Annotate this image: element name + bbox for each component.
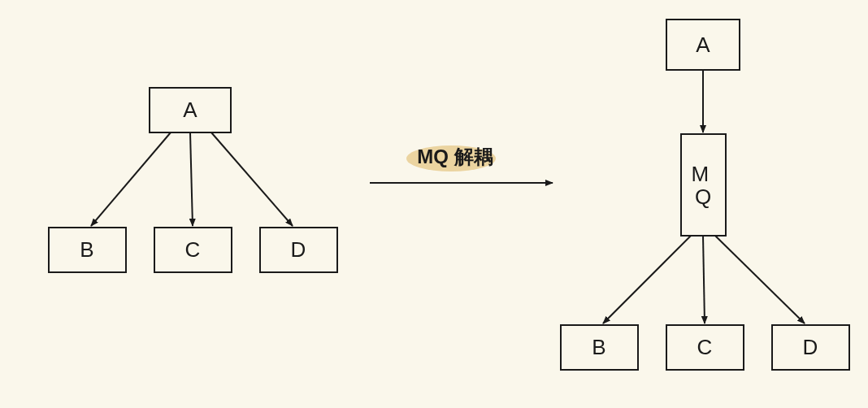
right-node-c-label: C bbox=[697, 335, 713, 359]
left-node-a-label: A bbox=[183, 98, 197, 122]
left-edge-a-d bbox=[211, 132, 293, 226]
right-node-b-label: B bbox=[592, 335, 605, 359]
transition: MQ 解耦 bbox=[370, 145, 553, 183]
left-edge-a-b bbox=[91, 132, 171, 226]
right-node-d-label: D bbox=[803, 335, 818, 359]
left-node-d-label: D bbox=[291, 237, 306, 262]
right-node-c: C bbox=[666, 325, 744, 370]
right-node-mq: M Q bbox=[681, 134, 726, 236]
right-node-a: A bbox=[666, 20, 740, 70]
right-edge-mq-b bbox=[603, 236, 691, 323]
right-node-d: D bbox=[772, 325, 849, 370]
left-node-a: A bbox=[150, 88, 231, 132]
left-node-b: B bbox=[49, 228, 126, 272]
left-edge-a-c bbox=[190, 132, 193, 226]
left-node-c: C bbox=[154, 228, 232, 272]
right-graph: A M Q B C D bbox=[561, 20, 849, 370]
right-node-a-label: A bbox=[696, 33, 710, 57]
left-node-c-label: C bbox=[185, 237, 201, 262]
left-node-b-label: B bbox=[80, 237, 93, 262]
left-graph: A B C D bbox=[49, 88, 337, 272]
right-edge-mq-c bbox=[703, 236, 705, 323]
transition-label: MQ 解耦 bbox=[417, 145, 493, 167]
right-edge-mq-d bbox=[715, 236, 805, 323]
left-node-d: D bbox=[260, 228, 337, 272]
right-node-mq-label: M Q bbox=[692, 162, 715, 209]
right-node-b: B bbox=[561, 325, 638, 370]
